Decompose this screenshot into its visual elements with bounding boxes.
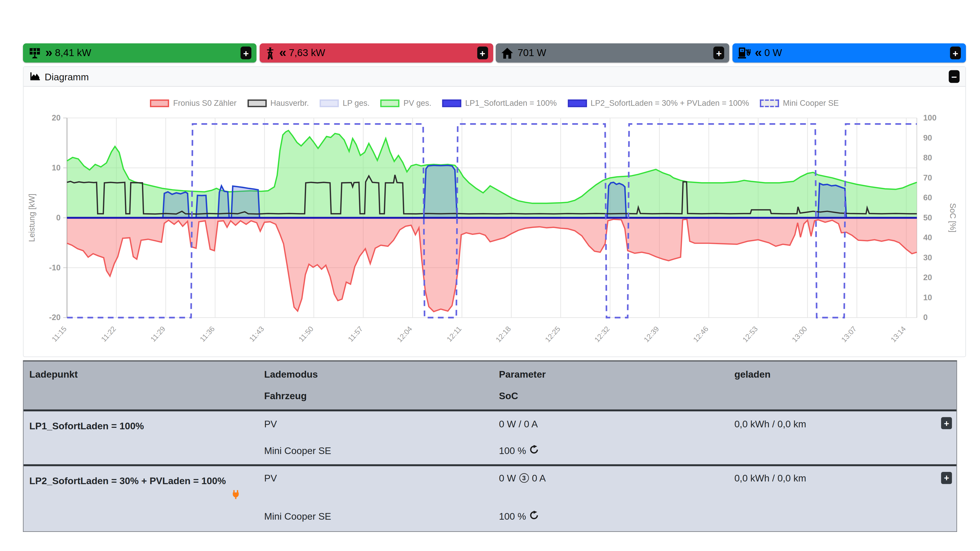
evu-area-series <box>67 218 917 311</box>
openwb-dashboard: » 8,41 kW + « 7,63 kW + 701 W + « 0 W <box>0 0 980 551</box>
lp2-param2: 0 A <box>532 473 546 483</box>
lp1-param: 0 W / 0 A <box>499 418 538 429</box>
x-tick-label: 12:04 <box>395 325 414 344</box>
diagram-svg: 20100-10-20100908070605040302010011:1511… <box>24 90 967 358</box>
y-right-tick-label: 90 <box>923 133 932 142</box>
lp2-charged: 0,0 kWh / 0,0 km <box>734 473 806 483</box>
charging-station-icon <box>737 46 751 59</box>
y-right-tick-label: 100 <box>923 113 936 122</box>
x-tick-label: 11:15 <box>50 325 68 343</box>
plug-icon <box>232 489 240 499</box>
x-tick-label: 13:14 <box>889 325 907 344</box>
x-tick-label: 13:00 <box>791 325 809 344</box>
pv-tile-expand-button[interactable]: + <box>240 46 251 59</box>
lp2-vehicle: Mini Cooper SE <box>264 511 331 522</box>
header-ladepunkt: Ladepunkt <box>24 367 258 402</box>
lp1-mode: PV <box>264 418 277 429</box>
lp1-expand-button[interactable]: + <box>941 417 952 429</box>
x-tick-label: 12:53 <box>741 325 759 344</box>
grid-power-tile[interactable]: « 7,63 kW + <box>259 43 493 62</box>
lp2-soc: 100 % <box>499 511 526 522</box>
x-tick-label: 12:32 <box>593 325 611 344</box>
chargepoint-table: Ladepunkt Lademodus Fahrzeug Parameter S… <box>23 360 957 531</box>
x-tick-label: 11:22 <box>99 325 117 343</box>
diagram-card-header[interactable]: Diagramm − <box>24 67 965 87</box>
header-parameter-soc: Parameter SoC <box>493 367 729 402</box>
chargepoint-power-tile[interactable]: « 0 W + <box>733 43 966 62</box>
x-tick-label: 12:11 <box>445 325 463 343</box>
x-tick-label: 11:43 <box>248 325 266 343</box>
y-right-tick-label: 20 <box>923 273 932 282</box>
lp1-soc: 100 % <box>499 445 526 456</box>
pv-area-series <box>67 130 917 218</box>
house-power-value: 701 W <box>518 47 546 59</box>
lp2-name-cell: LP2_SofortLaden = 30% + PVLaden = 100% <box>24 472 258 522</box>
y-right-tick-label: 60 <box>923 193 932 202</box>
x-tick-label: 11:29 <box>149 325 167 343</box>
lp1-vehicle: Mini Cooper SE <box>264 445 331 456</box>
grid-tile-expand-button[interactable]: + <box>477 46 488 59</box>
y-left-tick-label: -10 <box>49 263 60 272</box>
y-right-tick-label: 50 <box>923 213 932 222</box>
flow-in-chevrons: « <box>279 46 285 58</box>
chart-area-icon <box>29 72 40 81</box>
refresh-icon[interactable] <box>529 511 538 522</box>
y-left-tick-label: 0 <box>56 213 60 222</box>
y-right-tick-label: 70 <box>923 173 932 182</box>
x-tick-label: 12:18 <box>494 325 512 344</box>
lp2-name: LP2_SofortLaden = 30% + PVLaden = 100% <box>29 472 226 490</box>
y-left-axis-title: Leistung [kW] <box>27 194 36 242</box>
pv-power-value: 8,41 kW <box>55 47 91 59</box>
y-right-axis-title: SoC [%] <box>948 203 957 232</box>
lp1-charged-cell: 0,0 kWh / 0,0 km <box>729 417 932 457</box>
chart-canvas[interactable]: 20100-10-20100908070605040302010011:1511… <box>24 90 967 358</box>
status-tile-bar: » 8,41 kW + « 7,63 kW + 701 W + « 0 W <box>23 43 966 62</box>
lp2-phase-badge: 3 <box>519 473 529 483</box>
x-tick-label: 13:07 <box>840 325 858 344</box>
y-right-tick-label: 30 <box>923 253 932 262</box>
x-tick-label: 12:39 <box>642 325 660 344</box>
grid-power-value: 7,63 kW <box>289 47 325 59</box>
power-tower-icon <box>265 46 275 60</box>
lp2-mode: PV <box>264 473 277 483</box>
header-geladen: geladen <box>729 367 932 402</box>
y-right-tick-label: 40 <box>923 233 932 242</box>
solar-panel-icon <box>28 47 41 59</box>
y-right-tick-label: 0 <box>923 313 928 322</box>
table-header-row: Ladepunkt Lademodus Fahrzeug Parameter S… <box>24 362 956 410</box>
lp2-param-cell: 0 W 3 0 A 100 % <box>493 472 729 522</box>
x-tick-label: 12:46 <box>692 325 710 344</box>
y-left-tick-label: 20 <box>52 113 60 122</box>
pv-power-tile[interactable]: » 8,41 kW + <box>23 43 256 62</box>
flow-out-chevrons: » <box>45 46 51 58</box>
lp2-mode-cell: PV Mini Cooper SE <box>258 472 493 522</box>
y-right-tick-label: 10 <box>923 293 932 302</box>
lp2-charged-cell: 0,0 kWh / 0,0 km <box>729 472 932 522</box>
y-right-tick-label: 80 <box>923 153 932 162</box>
y-left-tick-label: 10 <box>52 164 60 172</box>
lp1-charged: 0,0 kWh / 0,0 km <box>734 418 806 429</box>
chargepoint-row-lp1[interactable]: LP1_SofortLaden = 100% PV Mini Cooper SE… <box>24 410 956 464</box>
x-tick-label: 12:25 <box>543 325 562 344</box>
lp2-expand-button[interactable]: + <box>941 472 952 484</box>
diagram-collapse-button[interactable]: − <box>949 70 959 83</box>
charge-chevrons: « <box>755 46 761 58</box>
lp1-name: LP1_SofortLaden = 100% <box>29 417 144 435</box>
header-lademodus-fahrzeug: Lademodus Fahrzeug <box>258 367 493 402</box>
lp2-param: 0 W <box>499 473 516 483</box>
chargepoint-row-lp2[interactable]: LP2_SofortLaden = 30% + PVLaden = 100% P… <box>24 464 956 531</box>
y-left-tick-label: -20 <box>49 313 60 322</box>
x-tick-label: 11:50 <box>297 325 315 343</box>
diagram-title: Diagramm <box>45 71 89 82</box>
house-icon <box>501 47 514 59</box>
x-tick-label: 11:57 <box>347 325 364 343</box>
chargepoint-power-value: 0 W <box>764 47 782 59</box>
chargepoint-tile-expand-button[interactable]: + <box>950 46 961 59</box>
x-tick-label: 11:36 <box>198 325 216 343</box>
diagram-card: Diagramm − Fronius S0 ZählerHausverbr.LP… <box>23 67 966 357</box>
house-tile-expand-button[interactable]: + <box>713 46 724 59</box>
refresh-icon[interactable] <box>529 445 538 456</box>
lp1-param-cell: 0 W / 0 A 100 % <box>493 417 729 457</box>
house-power-tile[interactable]: 701 W + <box>496 43 729 62</box>
lp1-mode-cell: PV Mini Cooper SE <box>258 417 493 457</box>
